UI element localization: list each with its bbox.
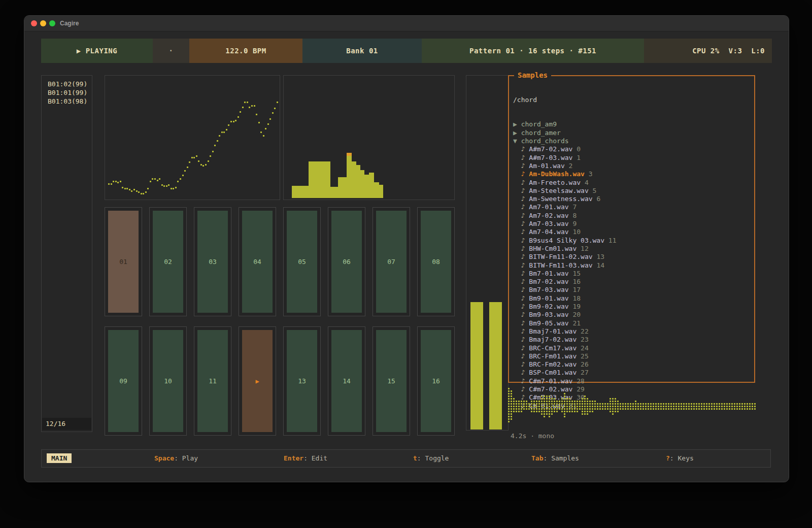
pad-row-1: 0102030405060708 [105, 207, 455, 316]
sample-row[interactable]: ♪ A#m7-02.wav 0 [513, 145, 754, 153]
pad-10[interactable]: 10 [149, 326, 187, 436]
folder-row-chord_am9[interactable]: ▶ chord_am9 [513, 120, 754, 128]
minimize-window-button[interactable] [40, 20, 46, 26]
sample-row[interactable]: ♪ BHW-Cm01.wav 12 [513, 245, 754, 253]
waveform-dot [714, 408, 715, 410]
waveform-dot [589, 401, 591, 402]
pad-06[interactable]: 06 [328, 207, 365, 316]
waveform-dot [589, 411, 591, 412]
pad-14[interactable]: 14 [328, 326, 365, 436]
waveform-dot [693, 408, 695, 410]
note-icon: ♪ [521, 237, 525, 244]
sample-row[interactable]: ♪ Am7-04.wav 10 [513, 228, 754, 236]
note-icon: ♪ [521, 170, 525, 178]
scatter-dot [247, 102, 248, 103]
scatter-dot [189, 161, 190, 163]
pad-02[interactable]: 02 [149, 207, 187, 316]
sample-row[interactable]: ♪ Am-01.wav 2 [513, 162, 754, 170]
sample-row[interactable]: ♪ Bm7-03.wav 17 [513, 286, 754, 294]
waveform-dot [610, 401, 611, 402]
pad-05[interactable]: 05 [283, 207, 321, 316]
waveform-dot [538, 406, 540, 407]
note-icon: ♪ [521, 336, 525, 343]
waveform-dot [551, 406, 553, 407]
scatter-dot [228, 124, 229, 126]
waveform-dot [587, 411, 588, 412]
histogram-bar [364, 175, 369, 198]
waveform-dot [724, 408, 725, 410]
folder-row-chord_chords[interactable]: ▼ chord_chords [513, 137, 754, 145]
waveform-dot [577, 403, 578, 405]
waveform-dot [587, 401, 588, 402]
sample-row[interactable]: ♪ B9sus4 Silky 03.wav 11 [513, 237, 754, 245]
sample-row[interactable]: ♪ Bm9-02.wav 19 [513, 303, 754, 311]
pad-04[interactable]: 04 [239, 207, 276, 316]
waveform-dot [635, 406, 636, 407]
sample-row[interactable]: ♪ Am7-01.wav 7 [513, 203, 754, 211]
sample-row[interactable]: ♪ Am-Steelsaw.wav 5 [513, 187, 754, 195]
pad-08[interactable]: 08 [417, 207, 455, 316]
window-title: Cagire [60, 20, 79, 27]
waveform-dot [703, 406, 705, 407]
waveform-dot [711, 403, 713, 405]
waveform-dot [615, 403, 616, 405]
waveform-dot [511, 390, 512, 392]
waveform-dot [663, 408, 664, 410]
sample-row[interactable]: ♪ Bm7-02.wav 16 [513, 278, 754, 286]
waveform-dot [569, 401, 570, 402]
sample-row[interactable]: ♪ Bmaj7-01.wav 22 [513, 327, 754, 336]
scatter-dot [120, 181, 121, 182]
sample-row[interactable]: ♪ BITW-Fm11-02.wav 13 [513, 253, 754, 261]
pad-03[interactable]: 03 [194, 207, 231, 316]
sample-row[interactable]: ♪ Am-DubWash.wav 3 [513, 170, 754, 178]
sample-row[interactable]: ♪ BRC-Fm02.wav 26 [513, 360, 754, 369]
sample-row[interactable]: ♪ Am-Sweetness.wav 6 [513, 195, 754, 203]
status-bank: Bank 01 [302, 39, 422, 63]
sample-row[interactable]: ♪ Bm9-05.wav 21 [513, 319, 754, 327]
waveform-dot [521, 411, 522, 412]
waveform-dot [516, 411, 517, 412]
pad-07[interactable]: 07 [373, 207, 410, 316]
pad-11[interactable]: 11 [194, 326, 231, 436]
waveform-dot [642, 406, 644, 407]
waveform-dot [604, 403, 606, 405]
pad-01[interactable]: 01 [105, 207, 142, 316]
waveform-dot [701, 403, 702, 405]
sample-row[interactable]: ♪ BITW-Fm11-03.wav 14 [513, 261, 754, 270]
folder-row-chord_amer[interactable]: ▶ chord_amer [513, 129, 754, 137]
waveform-dot [554, 401, 555, 402]
sample-row[interactable]: ♪ Bm9-01.wav 18 [513, 294, 754, 303]
scatter-dot [208, 160, 209, 162]
sample-row[interactable]: ♪ Bmaj7-02.wav 23 [513, 336, 754, 344]
pad-13[interactable]: 13 [283, 326, 321, 436]
sample-row[interactable]: ♪ A#m7-03.wav 1 [513, 154, 754, 162]
titlebar: Cagire [24, 16, 789, 31]
waveform-dot [518, 411, 520, 412]
pad-12[interactable]: ▶ [239, 326, 276, 436]
hint-separator: : [417, 454, 425, 462]
sample-row[interactable]: ♪ Am7-02.wav 8 [513, 212, 754, 220]
scatter-dot [136, 190, 138, 192]
waveform-dot [546, 403, 548, 405]
sample-row[interactable]: ♪ BRC-Fm01.wav 25 [513, 352, 754, 360]
waveform-dot [617, 408, 619, 410]
sample-row[interactable]: ♪ Bm7-01.wav 15 [513, 270, 754, 278]
scatter-dot [191, 157, 193, 158]
zoom-window-button[interactable] [49, 20, 55, 26]
scatter-dot [171, 188, 172, 189]
sample-row[interactable]: ♪ Am-Freeto.wav 4 [513, 179, 754, 187]
sample-row[interactable]: ♪ BRC-Cm17.wav 24 [513, 344, 754, 352]
sample-row[interactable]: ♪ Bm9-03.wav 20 [513, 311, 754, 319]
pad-15[interactable]: 15 [373, 326, 410, 436]
waveform-dot [541, 413, 543, 415]
pad-16[interactable]: 16 [417, 326, 455, 436]
waveform-dot [513, 403, 515, 405]
waveform-dot [736, 403, 738, 405]
waveform-dot [681, 408, 682, 410]
waveform-dot [584, 411, 586, 412]
sample-row[interactable]: ♪ Am7-03.wav 9 [513, 220, 754, 228]
pad-09[interactable]: 09 [105, 326, 142, 436]
waveform-dot [607, 406, 608, 407]
close-window-button[interactable] [31, 20, 37, 26]
sample-row[interactable]: ♪ BSP-Cm01.wav 27 [513, 369, 754, 377]
